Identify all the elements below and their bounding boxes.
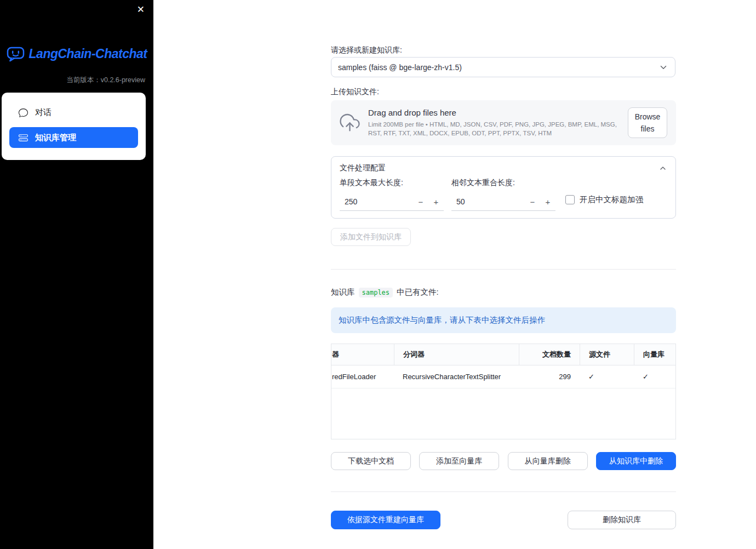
hdd-stack-icon xyxy=(19,133,28,142)
main-content: 请选择或新建知识库: samples (faiss @ bge-large-zh… xyxy=(331,0,676,549)
table-header-doc-count: 文档数量 xyxy=(519,344,580,365)
table-header-row: 器 分词器 文档数量 源文件 向量库 xyxy=(331,344,675,365)
kb-select[interactable]: samples (faiss @ bge-large-zh-v1.5) xyxy=(331,57,675,77)
table-header-source-file: 源文件 xyxy=(580,344,634,365)
add-to-vector-store-button[interactable]: 添加至向量库 xyxy=(419,452,499,470)
version-text: 当前版本：v0.2.6-preview xyxy=(66,76,145,85)
sidebar-item-label: 知识库管理 xyxy=(35,133,76,143)
logo-chat-icon xyxy=(7,46,25,62)
cell-source-file-check: ✓ xyxy=(580,365,634,388)
table-header-splitter: 分词器 xyxy=(394,344,519,365)
cell-loader: redFileLoader xyxy=(331,365,394,388)
files-table[interactable]: 器 分词器 文档数量 源文件 向量库 redFileLoader Recursi… xyxy=(331,344,676,439)
overlap-size-label: 相邻文本重合长度: xyxy=(451,178,555,188)
chunk-size-increment-button[interactable]: + xyxy=(428,197,444,207)
delete-from-kb-button[interactable]: 从知识库中删除 xyxy=(596,452,676,470)
add-files-to-kb-button[interactable]: 添加文件到知识库 xyxy=(331,228,411,246)
sidebar-item-dialogue[interactable]: 对话 xyxy=(9,102,138,123)
sidebar-close-button[interactable]: ✕ xyxy=(135,3,147,16)
rebuild-vector-store-button[interactable]: 依据源文件重建向量库 xyxy=(331,511,440,529)
file-action-buttons: 下载选中文档 添加至向量库 从向量库删除 从知识库中删除 xyxy=(331,452,676,470)
expander-body: 单段文本最大长度: 250 − + 相邻文本重合长度: 50 − + 开启中文标… xyxy=(331,173,675,211)
browse-files-button[interactable]: Browse files xyxy=(628,107,667,139)
chunk-size-input[interactable]: 250 − + xyxy=(340,193,444,211)
dropzone-title: Drag and drop files here xyxy=(368,108,622,117)
table-header-vector-store: 向量库 xyxy=(634,344,675,365)
chunk-size-value[interactable]: 250 xyxy=(340,197,413,206)
cell-doc-count: 299 xyxy=(519,365,580,388)
checkbox-icon[interactable] xyxy=(565,195,575,204)
table-header-loader: 器 xyxy=(331,344,394,365)
kb-select-label: 请选择或新建知识库: xyxy=(331,45,402,55)
sidebar-item-label: 对话 xyxy=(35,107,51,118)
dropzone-text: Drag and drop files here Limit 200MB per… xyxy=(368,108,628,138)
app-logo: LangChain-Chatchat xyxy=(0,46,153,62)
download-selected-button[interactable]: 下载选中文档 xyxy=(331,452,411,470)
overlap-size-input[interactable]: 50 − + xyxy=(451,193,555,211)
existing-files-prefix: 知识库 xyxy=(331,287,355,298)
sidebar: ✕ LangChain-Chatchat 当前版本：v0.2.6-preview… xyxy=(0,0,153,549)
table-row[interactable]: redFileLoader RecursiveCharacterTextSpli… xyxy=(331,365,675,388)
upload-cloud-icon xyxy=(340,113,360,133)
chunk-size-label: 单段文本最大长度: xyxy=(340,178,444,188)
dropzone-limit-text: Limit 200MB per file • HTML, MD, JSON, C… xyxy=(368,120,622,138)
divider xyxy=(331,269,676,270)
chunk-size-decrement-button[interactable]: − xyxy=(413,197,428,207)
app-title: LangChain-Chatchat xyxy=(29,47,147,61)
overlap-size-value[interactable]: 50 xyxy=(451,197,525,206)
file-dropzone[interactable]: Drag and drop files here Limit 200MB per… xyxy=(331,100,676,145)
info-banner-text: 知识库中包含源文件与向量库，请从下表中选择文件后操作 xyxy=(339,315,545,325)
cell-vector-store-check: ✓ xyxy=(634,365,675,388)
chevron-down-icon xyxy=(658,62,668,72)
file-config-expander: 文件处理配置 单段文本最大长度: 250 − + 相邻文本重合长度: 50 − … xyxy=(331,156,676,219)
kb-select-value: samples (faiss @ bge-large-zh-v1.5) xyxy=(338,63,462,72)
upload-label: 上传知识文件: xyxy=(331,87,379,97)
expander-header[interactable]: 文件处理配置 xyxy=(331,157,675,173)
zh-title-enhance-checkbox[interactable]: 开启中文标题加强 xyxy=(565,195,643,205)
chat-bubble-icon xyxy=(19,108,28,117)
overlap-size-decrement-button[interactable]: − xyxy=(525,197,540,207)
cell-splitter: RecursiveCharacterTextSplitter xyxy=(394,365,519,388)
delete-from-vector-store-button[interactable]: 从向量库删除 xyxy=(508,452,588,470)
version-value: v0.2.6-preview xyxy=(101,76,145,84)
sidebar-menu: 对话 知识库管理 xyxy=(2,93,146,160)
delete-kb-button[interactable]: 删除知识库 xyxy=(568,511,676,529)
version-label: 当前版本： xyxy=(66,76,101,84)
existing-files-heading: 知识库 samples 中已有文件: xyxy=(331,287,439,298)
info-banner: 知识库中包含源文件与向量库，请从下表中选择文件后操作 xyxy=(331,307,676,333)
chevron-up-icon xyxy=(658,164,667,173)
existing-files-suffix: 中已有文件: xyxy=(397,287,439,298)
divider xyxy=(331,491,676,492)
zh-title-enhance-label: 开启中文标题加强 xyxy=(580,195,643,205)
overlap-size-increment-button[interactable]: + xyxy=(540,197,555,207)
sidebar-item-kb-management[interactable]: 知识库管理 xyxy=(9,127,138,148)
kb-name-code: samples xyxy=(359,288,393,298)
expander-title: 文件处理配置 xyxy=(340,163,386,173)
kb-level-buttons: 依据源文件重建向量库 删除知识库 xyxy=(331,511,676,529)
